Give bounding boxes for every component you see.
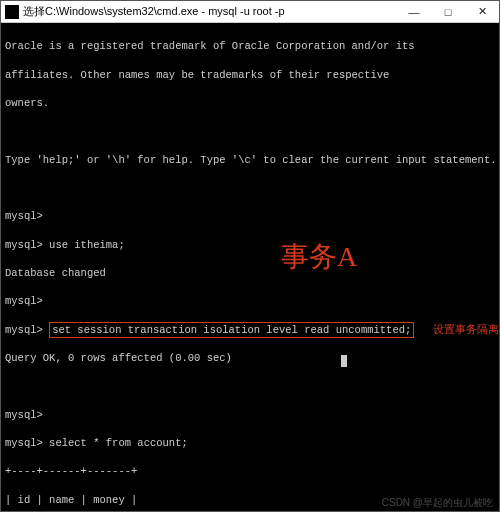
prompt: mysql> bbox=[5, 239, 43, 251]
titlebar: 选择C:\Windows\system32\cmd.exe - mysql -u… bbox=[1, 1, 499, 23]
annotation-set-isolation: 设置事务隔离级别 bbox=[433, 324, 499, 336]
intro-line: owners. bbox=[5, 96, 495, 110]
cmd-select: select * from account; bbox=[43, 437, 188, 449]
window: 选择C:\Windows\system32\cmd.exe - mysql -u… bbox=[0, 0, 500, 512]
cmd-use: use itheima; bbox=[43, 239, 125, 251]
highlight-set-isolation: set session transaction isolation level … bbox=[49, 322, 414, 338]
watermark: CSDN @早起的虫儿被吃 bbox=[382, 496, 493, 510]
query-ok: Query OK, 0 rows affected (0.00 sec) bbox=[5, 351, 495, 365]
window-buttons: — □ ✕ bbox=[397, 1, 499, 23]
db-changed: Database changed bbox=[5, 266, 495, 280]
prompt-line: mysql> select * from account; bbox=[5, 436, 495, 450]
minimize-button[interactable]: — bbox=[397, 1, 431, 23]
blank bbox=[5, 181, 495, 195]
prompt-line: mysql> set session transaction isolation… bbox=[5, 323, 495, 337]
intro-line: Oracle is a registered trademark of Orac… bbox=[5, 39, 495, 53]
prompt-line: mysql> bbox=[5, 408, 495, 422]
cmd-icon bbox=[5, 5, 19, 19]
close-button[interactable]: ✕ bbox=[465, 1, 499, 23]
table-border: +----+------+-------+ bbox=[5, 464, 495, 478]
terminal[interactable]: Oracle is a registered trademark of Orac… bbox=[1, 23, 499, 511]
help-line: Type 'help;' or '\h' for help. Type '\c'… bbox=[5, 153, 495, 167]
transaction-a-label: 事务A bbox=[281, 243, 357, 271]
maximize-button[interactable]: □ bbox=[431, 1, 465, 23]
prompt: mysql> bbox=[5, 210, 43, 222]
prompt: mysql> bbox=[5, 324, 43, 336]
prompt: mysql> bbox=[5, 295, 43, 307]
prompt-line: mysql> bbox=[5, 209, 495, 223]
window-title: 选择C:\Windows\system32\cmd.exe - mysql -u… bbox=[23, 4, 397, 19]
blank bbox=[5, 124, 495, 138]
prompt: mysql> bbox=[5, 437, 43, 449]
text-cursor bbox=[341, 355, 347, 367]
blank bbox=[5, 379, 495, 393]
prompt: mysql> bbox=[5, 409, 43, 421]
intro-line: affiliates. Other names may be trademark… bbox=[5, 68, 495, 82]
prompt-line: mysql> bbox=[5, 294, 495, 308]
prompt-line: mysql> use itheima; bbox=[5, 238, 495, 252]
